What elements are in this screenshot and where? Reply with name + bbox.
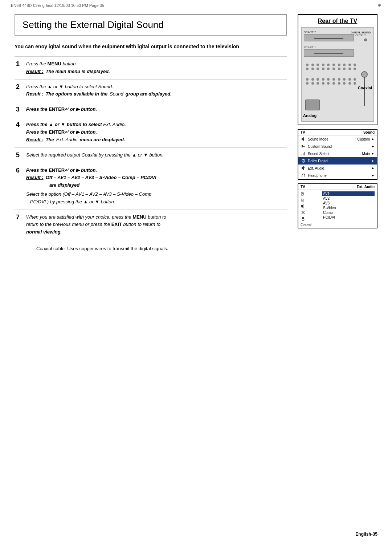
- menu-icon-sound-mode: [301, 136, 306, 142]
- step-number-4: 4: [15, 117, 25, 147]
- note-text: Coaxial cable: Uses copper wires to tran…: [15, 246, 287, 251]
- step1-result: Result : The main menu is displayed.: [26, 68, 285, 76]
- svg-rect-0: [302, 138, 303, 140]
- step2-result: Result : The options available in the So…: [26, 90, 285, 98]
- ext-audio-screenshot: TV Ext. Audio: [298, 183, 377, 228]
- step-row-2: 2 Press the ▲ or ▼ button to select Soun…: [15, 79, 287, 102]
- ext-item-svideo: S-Video: [322, 206, 375, 210]
- step-content-4: Press the ▲ or ▼ button to select Ext. A…: [25, 117, 287, 147]
- header-crosshair: ⊕: [378, 3, 381, 8]
- page-footer: English-35: [355, 532, 377, 537]
- step-row-6: 6 Press the ENTER↵ or ▶ button. Result :…: [15, 163, 287, 210]
- ext-icon-2: [301, 198, 306, 203]
- ext-item-av1: AV1: [322, 191, 375, 196]
- step7-line2: return to the previous menu or press the…: [26, 221, 285, 228]
- title-box: Setting the External Digital Sound: [15, 14, 287, 36]
- digital-indicator: [364, 38, 367, 41]
- sound-menu-header: TV Sound: [298, 130, 377, 135]
- step-content-5: Select the required output Coaxial by pr…: [25, 147, 287, 163]
- ext-item-av3: AV3: [322, 201, 375, 206]
- svg-rect-23: [302, 217, 304, 219]
- step6-line3: – PC/DVI ) by pressing the ▲ or ▼ button…: [26, 198, 285, 206]
- svg-rect-12: [302, 176, 302, 177]
- step-content-7: When you are satisfied with your choice,…: [25, 210, 287, 240]
- step-content-1: Press the MENU button. Result : The main…: [25, 57, 287, 80]
- step-row-5: 5 Select the required output Coaxial by …: [15, 147, 287, 163]
- step3-line1: Press the ENTER↵ or ▶ button.: [26, 106, 285, 113]
- ext-icon-5: [301, 216, 306, 221]
- step4-line1: Press the ▲ or ▼ button to select Ext. A…: [26, 121, 285, 129]
- header-text: BN68-448D-03Eng-final 12/19/03 10:53 PM …: [11, 3, 104, 8]
- svg-text:D: D: [303, 160, 304, 162]
- step7-line3: normal viewing.: [26, 228, 285, 236]
- intro-paragraph: You can enoy igital sound when the euipm…: [15, 43, 287, 50]
- ext-menu-header: TV Ext. Audio: [298, 184, 377, 190]
- sound-menu-items: Sound Mode : Custom ► Custom Sound ► Sou…: [298, 135, 377, 179]
- step-number-6: 6: [15, 163, 25, 210]
- svg-rect-14: [301, 192, 303, 195]
- step6-result-cont: are displayed: [26, 182, 285, 189]
- ext-icon-4: [301, 210, 306, 215]
- svg-rect-6: [304, 152, 305, 155]
- svg-marker-1: [303, 137, 304, 141]
- svg-rect-5: [303, 153, 303, 155]
- step-content-3: Press the ENTER↵ or ▶ button.: [25, 102, 287, 117]
- scart2-area: SCART 2 ▬▬▬▬▬▬▬▬▬▬: [304, 31, 361, 41]
- ext-coaxial-label: Coaxial: [301, 223, 318, 226]
- step-number-5: 5: [15, 147, 25, 163]
- main-container: Setting the External Digital Sound You c…: [0, 11, 392, 251]
- ext-menu-content: Coaxial AV1 AV2 AV3 S-Video Comp PC/DVI: [298, 190, 377, 228]
- step1-line1: Press the MENU button.: [26, 60, 285, 68]
- step-row-7: 7 When you are satisfied with your choic…: [15, 210, 287, 240]
- ext-item-pcdvi: PC/DVI: [322, 215, 375, 220]
- svg-marker-10: [303, 166, 304, 170]
- page-number: English-35: [355, 532, 377, 537]
- bottom-connector: [305, 100, 320, 110]
- ext-item-comp: Comp: [322, 210, 375, 215]
- menu-icon-ext-audio: [301, 165, 306, 171]
- tv-rear-illustration: DIGITAL SOUND OUTPUT SCART 2 ▬▬▬▬▬▬▬▬▬▬ …: [301, 27, 374, 122]
- step4-line2: Press the ENTER↵ or ▶ button.: [26, 129, 285, 136]
- sound-menu-item-4: Ext. Audio ►: [298, 165, 377, 172]
- sound-menu-item-0: Sound Mode : Custom ►: [298, 135, 377, 143]
- step-content-2: Press the ▲ or ▼ button to select Sound.…: [25, 79, 287, 102]
- step-number-2: 2: [15, 79, 25, 102]
- connector-area-1: [304, 62, 361, 72]
- ext-menu-left: Coaxial: [298, 190, 320, 228]
- step-row-1: 1 Press the MENU button. Result : The ma…: [15, 57, 287, 80]
- ext-menu-right: AV1 AV2 AV3 S-Video Comp PC/DVI: [320, 190, 377, 228]
- menu-icon-custom-sound: [301, 143, 306, 149]
- sound-menu-sound-label: Sound: [363, 130, 375, 134]
- step5-line1: Select the required output Coaxial by pr…: [26, 151, 285, 159]
- step7-line1: When you are satisfied with your choice,…: [26, 214, 285, 221]
- menu-icon-sound-select: [301, 151, 306, 157]
- step-number-1: 1: [15, 57, 25, 80]
- sound-menu-tv-label: TV: [301, 130, 305, 134]
- svg-rect-17: [302, 200, 303, 200]
- step-content-6: Press the ENTER↵ or ▶ button. Result : O…: [25, 163, 287, 210]
- ext-menu-tv-label: TV: [301, 185, 305, 189]
- page-title: Setting the External Digital Sound: [23, 19, 279, 31]
- rear-tv-title: Rear of the TV: [301, 18, 374, 24]
- svg-rect-9: [302, 167, 303, 169]
- ext-item-av2: AV2: [322, 196, 375, 201]
- step2-line1: Press the ▲ or ▼ button to select Sound.: [26, 83, 285, 91]
- svg-rect-13: [305, 176, 305, 177]
- ext-menu-icons: [301, 191, 318, 221]
- right-column: Rear of the TV DIGITAL SOUND OUTPUT SCAR…: [298, 11, 377, 251]
- coaxial-label: Coaxial: [358, 86, 372, 90]
- sound-menu-item-2: Sound Select : Main ►: [298, 150, 377, 157]
- step4-result: Result : The Ext. Audio menu are display…: [26, 136, 285, 144]
- analog-label: Analog: [303, 113, 317, 118]
- svg-rect-18: [301, 205, 302, 207]
- step6-line2: Select the option (Off – AV1 – AV2 – AV3…: [26, 191, 285, 198]
- sound-menu-item-3: D Dolby Digital ►: [298, 157, 377, 165]
- step-row-4: 4 Press the ▲ or ▼ button to select Ext.…: [15, 117, 287, 147]
- step-number-3: 3: [15, 102, 25, 117]
- svg-rect-4: [302, 154, 302, 155]
- step6-line1: Press the ENTER↵ or ▶ button.: [26, 167, 285, 174]
- svg-rect-2: [302, 145, 303, 147]
- menu-icon-headphone: [301, 172, 306, 178]
- connector-area-2: [304, 77, 361, 86]
- left-column: Setting the External Digital Sound You c…: [15, 11, 290, 251]
